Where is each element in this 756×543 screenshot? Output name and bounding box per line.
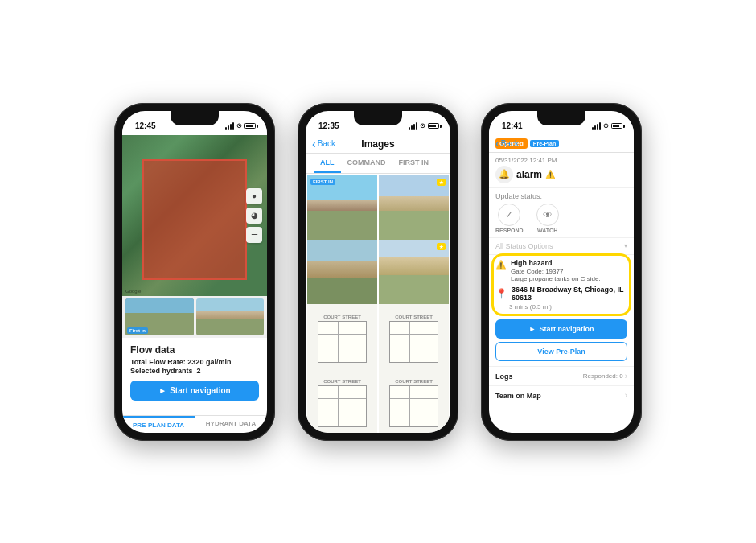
address-text: 3646 N Broadway St, Chicago, IL 60613 [512, 286, 627, 302]
action-btns-3: ► Start navigation View Pre-Plan [489, 315, 634, 366]
back-arrow-3 [495, 137, 499, 150]
map-area-1: ● ◕ ☵ Google [122, 135, 267, 296]
status-icons-1: ⊙ [225, 122, 256, 130]
image-cell-8[interactable]: COURT STREET [379, 368, 449, 433]
watch-action[interactable]: 👁 WATCH [536, 204, 559, 233]
alarm-name: alarm [516, 169, 542, 180]
hazard-info: High hazard Gate Code: 19377 Large propa… [511, 259, 601, 283]
nav-bar-3: Back Opened Pre-Plan [489, 135, 634, 153]
map-location[interactable]: ◕ [246, 208, 262, 224]
view-preplan-btn[interactable]: View Pre-Plan [495, 342, 627, 361]
tab-command[interactable]: COMMAND [341, 154, 392, 173]
incident-header: 05/31/2022 12:41 PM 🔔 alarm ⚠️ [489, 153, 634, 188]
image-cell-5[interactable]: COURT STREET [307, 304, 377, 374]
location-pin-icon: 📍 [495, 288, 507, 299]
flow-data-title: Flow data [130, 344, 259, 356]
google-label: Google [125, 289, 141, 294]
nav-bar-2: Back Images [306, 135, 450, 154]
wifi-icon-2: ⊙ [420, 122, 425, 130]
incident-title-row: 🔔 alarm ⚠️ [495, 166, 627, 183]
data-tabs: PRE-PLAN DATA HYDRANT DATA [122, 415, 267, 433]
watch-label: WATCH [537, 228, 557, 233]
image-cell-6[interactable]: COURT STREET [379, 304, 449, 374]
signal-icon-3 [592, 122, 601, 130]
status-icons-2: ⊙ [409, 122, 439, 130]
status-options-text: All Status Options [495, 242, 553, 250]
update-status-section: Update status: ✓ RESPOND 👁 WATCH [489, 188, 634, 238]
preplan-badge: Pre-Plan [530, 140, 559, 147]
image-cell-3[interactable] [307, 240, 377, 310]
image-tabs: ALL COMMAND FIRST IN [306, 154, 450, 174]
logs-label: Logs [495, 372, 513, 381]
hydrants-label: Selected hydrants [130, 367, 193, 375]
phone-2: 12:35 ⊙ Back [298, 103, 458, 441]
flow-data-section: Flow data Total Flow Rate: 2320 gal/min … [122, 338, 267, 412]
hazard-desc: Large propane tanks on C side. [511, 275, 601, 282]
incident-date: 05/31/2022 12:41 PM [495, 157, 627, 164]
image-cell-1[interactable]: FIRST IN [307, 175, 377, 245]
tab-hydrant[interactable]: HYDRANT DATA [195, 416, 267, 433]
status-options-row[interactable]: All Status Options ▾ [489, 238, 634, 255]
gate-code: Gate Code: 19377 [511, 268, 601, 275]
back-btn-2[interactable]: Back [312, 138, 335, 150]
tab-all[interactable]: ALL [314, 154, 341, 173]
total-flow-row: Total Flow Rate: 2320 gal/min [130, 358, 259, 366]
start-nav-btn-1[interactable]: ► Start navigation [130, 381, 259, 401]
phone-3-screen: 12:41 ⊙ Back [489, 111, 634, 433]
logs-row[interactable]: Logs Responded: 0 › [489, 366, 634, 385]
map-controls[interactable]: ● ◕ ☵ [246, 188, 262, 243]
start-nav-label-3: Start navigation [539, 325, 594, 333]
battery-icon-3 [611, 123, 622, 129]
back-arrow-2 [312, 138, 316, 150]
battery-icon-2 [428, 123, 439, 129]
chevron-right-logs: › [625, 372, 627, 381]
image-cell-7[interactable]: COURT STREET [307, 368, 377, 433]
image-cell-4[interactable]: ★ [379, 240, 449, 310]
phone-1-screen: 12:45 ⊙ ● [122, 111, 267, 433]
thumbnail-2[interactable] [196, 298, 265, 335]
first-in-label: First In [127, 327, 148, 334]
tab-preplan[interactable]: PRE-PLAN DATA [122, 416, 195, 433]
first-in-badge-1: FIRST IN [310, 179, 335, 185]
yellow-badge-4: ★ [437, 243, 446, 250]
image-cell-2[interactable]: ★ [379, 175, 449, 245]
phone-1: 12:45 ⊙ ● [114, 103, 275, 441]
hazard-icon: ⚠️ [495, 260, 507, 270]
tab-first-in[interactable]: FIRST IN [392, 154, 436, 173]
start-nav-label-1: Start navigation [170, 386, 231, 395]
status-actions: ✓ RESPOND 👁 WATCH [495, 204, 627, 233]
phones-container: 12:45 ⊙ ● [98, 87, 658, 457]
time-3: 12:41 [502, 121, 523, 130]
back-label-2: Back [318, 139, 335, 148]
map-zoom-in[interactable]: ● [246, 188, 262, 204]
battery-icon-1 [244, 123, 256, 129]
respond-action[interactable]: ✓ RESPOND [495, 204, 524, 233]
update-status-label: Update status: [495, 192, 627, 200]
yellow-badge-2: ★ [437, 179, 446, 186]
map-thumbnails: First In [122, 296, 267, 338]
total-flow-value: 2320 gal/min [187, 358, 231, 366]
phone-3: 12:41 ⊙ Back [481, 103, 642, 441]
warning-icon: ⚠️ [545, 170, 555, 179]
eta-text: 3 mins (0.5 mi) [495, 303, 627, 311]
bell-icon: 🔔 [495, 166, 513, 183]
respond-icon: ✓ [498, 204, 520, 226]
hazard-title: High hazard [511, 259, 601, 269]
responded-count: Responded: 0 [583, 372, 623, 380]
team-row[interactable]: Team on Map › [489, 385, 634, 405]
hazard-row: ⚠️ High hazard Gate Code: 19377 Large pr… [495, 259, 627, 283]
location-row: 📍 3646 N Broadway St, Chicago, IL 60613 [495, 286, 627, 302]
responded-text: Responded: 0 › [583, 372, 627, 381]
images-title: Images [361, 138, 394, 150]
thumbnail-first-in[interactable]: First In [125, 298, 194, 335]
map-building-overlay [142, 159, 247, 280]
map-layers[interactable]: ☵ [246, 227, 262, 243]
team-label: Team on Map [495, 392, 541, 400]
hydrants-row: Selected hydrants 2 [130, 367, 259, 375]
hazard-highlight-section: ⚠️ High hazard Gate Code: 19377 Large pr… [489, 255, 634, 315]
hydrants-value: 2 [197, 367, 201, 375]
status-bar-2: 12:35 ⊙ [306, 117, 450, 135]
back-btn-3[interactable]: Back [495, 137, 519, 150]
nav-icon-3: ► [529, 325, 536, 333]
start-nav-btn-3[interactable]: ► Start navigation [495, 319, 627, 339]
